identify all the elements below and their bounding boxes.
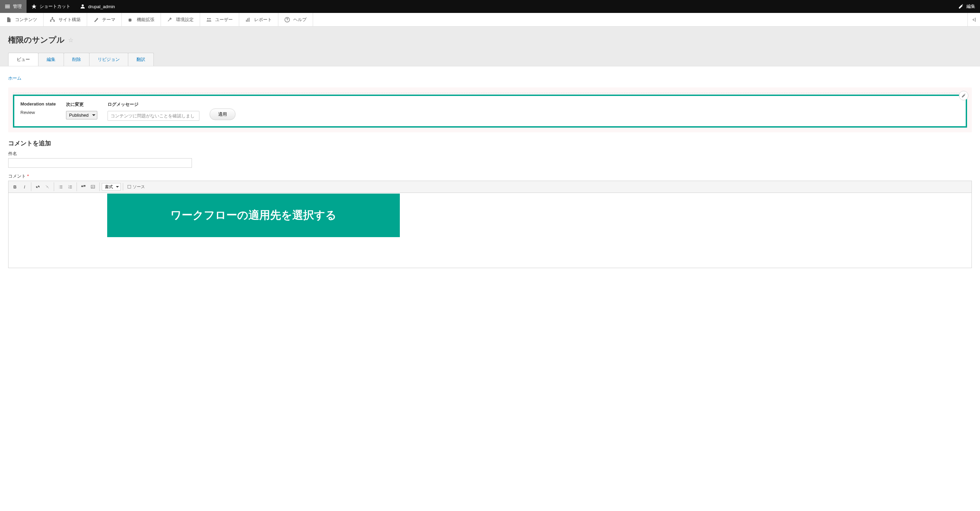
moderation-panel: Moderation state Review 次に変更 Published ロ… — [8, 88, 972, 132]
editor-ol-button[interactable]: 123 — [66, 182, 75, 191]
subnav-collapse[interactable] — [967, 13, 980, 26]
required-mark: * — [27, 174, 29, 178]
subnav-content-label: コンテンツ — [15, 17, 37, 23]
moderation-log-input[interactable] — [108, 111, 199, 121]
quick-edit-button[interactable] — [959, 91, 969, 100]
editor-blockquote-button[interactable]: ❝❞ — [79, 182, 88, 191]
tab-delete[interactable]: 削除 — [64, 53, 89, 66]
list-ol-icon: 123 — [68, 185, 73, 189]
help-icon — [285, 17, 290, 22]
moderation-state-select[interactable]: Published — [66, 111, 97, 119]
subnav-reports[interactable]: レポート — [239, 13, 278, 26]
toolbar-shortcuts-label: ショートカット — [40, 3, 70, 10]
subnav-content[interactable]: コンテンツ — [0, 13, 43, 26]
annotation-banner: ワークフローの適用先を選択する — [107, 194, 400, 237]
chart-icon — [245, 17, 251, 22]
toolbar-manage[interactable]: 管理 — [0, 0, 27, 13]
subnav-appearance[interactable]: テーマ — [87, 13, 122, 26]
tab-view[interactable]: ビュー — [8, 53, 38, 66]
pencil-icon — [958, 4, 964, 9]
unlink-icon — [45, 185, 50, 189]
wand-icon — [93, 17, 99, 22]
moderation-log-label: ログメッセージ — [108, 101, 199, 108]
toolbar-manage-label: 管理 — [13, 3, 22, 10]
apply-button[interactable]: 適用 — [210, 108, 235, 120]
image-icon — [91, 185, 95, 189]
hierarchy-icon — [50, 17, 55, 22]
puzzle-icon — [128, 17, 134, 22]
list-ul-icon — [58, 185, 63, 189]
subnav-extend-label: 機能拡張 — [137, 17, 154, 23]
svg-rect-6 — [128, 185, 131, 188]
tab-edit[interactable]: 編集 — [38, 53, 64, 66]
editor-toolbar: B I 123 — [8, 181, 972, 193]
subnav-help-label: ヘルプ — [293, 17, 307, 23]
toolbar-user[interactable]: drupal_admin — [75, 0, 120, 13]
user-icon — [80, 4, 86, 9]
source-icon — [127, 185, 131, 189]
admin-subnav: コンテンツ サイト構築 テーマ 機能拡張 環境設定 ユーザー レポート ヘルプ — [0, 13, 980, 27]
svg-point-5 — [92, 186, 92, 187]
editor-link-button[interactable] — [33, 182, 42, 191]
moderation-form: Moderation state Review 次に変更 Published ロ… — [13, 95, 967, 127]
people-icon — [206, 17, 212, 22]
hamburger-icon — [5, 4, 10, 9]
editor-format-select[interactable]: 書式 — [102, 183, 121, 191]
comment-body-label: コメント * — [8, 173, 972, 179]
toolbar-user-label: drupal_admin — [88, 4, 115, 9]
toolbar-edit[interactable]: 編集 — [953, 0, 980, 13]
moderation-change-label: 次に変更 — [66, 101, 97, 108]
page-title: 権限のサンプル — [8, 35, 65, 45]
toolbar-shortcuts[interactable]: ショートカット — [27, 0, 75, 13]
subnav-help[interactable]: ヘルプ — [278, 13, 313, 26]
page-header: 権限のサンプル ☆ ビュー 編集 削除 リビジョン 翻訳 — [0, 27, 980, 66]
editor-italic-button[interactable]: I — [20, 182, 29, 191]
subject-input[interactable] — [8, 158, 192, 168]
subnav-config[interactable]: 環境設定 — [161, 13, 200, 26]
collapse-icon — [971, 17, 977, 22]
moderation-state-value: Review — [21, 110, 56, 115]
subnav-people-label: ユーザー — [215, 17, 233, 23]
subnav-structure-label: サイト構築 — [59, 17, 81, 23]
subnav-appearance-label: テーマ — [102, 17, 115, 23]
star-icon — [31, 4, 37, 9]
rich-text-editor: B I 123 — [8, 181, 972, 268]
favorite-toggle[interactable]: ☆ — [68, 37, 73, 44]
editor-bold-button[interactable]: B — [11, 182, 19, 191]
subnav-extend[interactable]: 機能拡張 — [122, 13, 161, 26]
subnav-structure[interactable]: サイト構築 — [43, 13, 87, 26]
editor-content-area[interactable]: ワークフローの適用先を選択する — [8, 193, 972, 268]
admin-toolbar: 管理 ショートカット drupal_admin 編集 — [0, 0, 980, 13]
comment-heading: コメントを追加 — [8, 139, 972, 147]
toolbar-edit-label: 編集 — [966, 3, 975, 10]
link-icon — [35, 185, 40, 189]
wrench-icon — [167, 17, 172, 22]
editor-unlink-button[interactable] — [43, 182, 52, 191]
file-icon — [6, 17, 11, 22]
primary-tabs: ビュー 編集 削除 リビジョン 翻訳 — [8, 53, 972, 66]
breadcrumb: ホーム — [8, 75, 972, 81]
breadcrumb-home[interactable]: ホーム — [8, 75, 21, 81]
tab-translate[interactable]: 翻訳 — [128, 53, 154, 66]
subject-label: 件名 — [8, 151, 972, 157]
pencil-icon — [961, 93, 966, 98]
subnav-people[interactable]: ユーザー — [200, 13, 239, 26]
editor-image-button[interactable] — [89, 182, 97, 191]
subnav-config-label: 環境設定 — [176, 17, 194, 23]
tab-revisions[interactable]: リビジョン — [89, 53, 128, 66]
moderation-state-label: Moderation state — [21, 101, 56, 107]
editor-source-button[interactable]: ソース — [125, 184, 147, 190]
editor-ul-button[interactable] — [56, 182, 65, 191]
svg-text:3: 3 — [68, 188, 69, 189]
subnav-reports-label: レポート — [254, 17, 272, 23]
